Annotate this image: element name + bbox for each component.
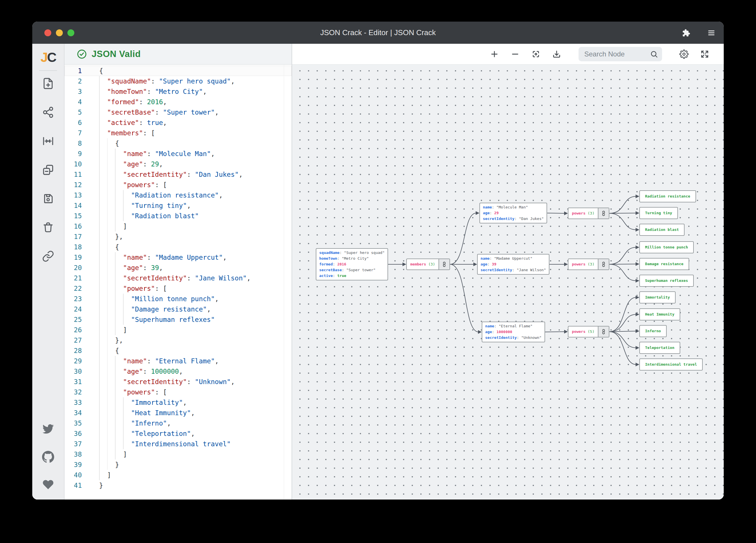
graph-node-l6[interactable]: Superhuman reflexes bbox=[639, 275, 694, 287]
new-document-icon[interactable] bbox=[42, 77, 54, 90]
graph-node-l4[interactable]: Million tonne punch bbox=[639, 241, 694, 254]
graph-node-m1[interactable]: name: "Molecule Man"age: 29secretIdentit… bbox=[479, 203, 547, 224]
graph-node-l2[interactable]: Turning tiny bbox=[639, 207, 678, 219]
code-line[interactable]: 24 "Damage resistance", bbox=[65, 304, 292, 314]
node-row: active: true bbox=[319, 273, 385, 279]
graph-node-l10[interactable]: Teleportation bbox=[639, 342, 680, 354]
graph-node-l8[interactable]: Heat Immunity bbox=[639, 308, 680, 320]
code-line[interactable]: 26 ] bbox=[65, 325, 292, 335]
code-line[interactable]: 33 "Immortality", bbox=[65, 397, 292, 408]
code-line[interactable]: 10 "age": 29, bbox=[65, 159, 292, 169]
indent-guide bbox=[107, 169, 108, 180]
code-line[interactable]: 9 "name": "Molecule Man", bbox=[65, 149, 292, 159]
code-line[interactable]: 11 "secretIdentity": "Dan Jukes", bbox=[65, 169, 292, 180]
graph-node-m2[interactable]: name: "Madame Uppercut"age: 39secretIden… bbox=[477, 254, 549, 275]
code-line[interactable]: 14 "Turning tiny", bbox=[65, 201, 292, 211]
code-line[interactable]: 36 "Teleportation", bbox=[65, 428, 292, 439]
code-line[interactable]: 19 "name": "Madame Uppercut", bbox=[65, 252, 292, 263]
indent-guide bbox=[107, 418, 108, 428]
editor-scroll-gutter[interactable] bbox=[284, 65, 284, 499]
code-line[interactable]: 1{ bbox=[65, 66, 292, 76]
graph-node-root[interactable]: squadName: "Super hero squad"homeTown: "… bbox=[316, 248, 388, 280]
code-line[interactable]: 38 ] bbox=[65, 449, 292, 459]
code-line[interactable]: 3 "homeTown": "Metro City", bbox=[65, 86, 292, 97]
code-line[interactable]: 31 "secretIdentity": "Unknown", bbox=[65, 376, 292, 387]
graph-node-l11[interactable]: Interdimensional travel bbox=[639, 358, 703, 370]
code-line[interactable]: 20 "age": 39, bbox=[65, 263, 292, 273]
code-line[interactable]: 30 "age": 1000000, bbox=[65, 366, 292, 376]
indent-guide bbox=[99, 180, 100, 190]
fullscreen-icon[interactable] bbox=[699, 48, 710, 60]
code-line[interactable]: 32 "powers": [ bbox=[65, 387, 292, 397]
graph-node-members[interactable]: members (3) bbox=[406, 259, 450, 270]
line-number: 22 bbox=[65, 283, 82, 294]
expand-link-icon[interactable] bbox=[598, 208, 609, 219]
code-line[interactable]: 6 "active": true, bbox=[65, 118, 292, 128]
code-line[interactable]: 41} bbox=[65, 480, 292, 491]
graph-node-l5[interactable]: Damage resistance bbox=[639, 258, 689, 270]
search-node-input[interactable] bbox=[579, 47, 662, 61]
close-window-button[interactable] bbox=[44, 29, 51, 36]
code-line[interactable]: 12 "powers": [ bbox=[65, 180, 292, 190]
graph-node-m3[interactable]: name: "Eternal Flame"age: 1000000secretI… bbox=[482, 321, 545, 342]
code-line[interactable]: 22 "powers": [ bbox=[65, 283, 292, 294]
save-icon[interactable] bbox=[42, 192, 54, 205]
code-line[interactable]: 29 "name": "Eternal Flame", bbox=[65, 356, 292, 366]
code-line[interactable]: 7 "members": [ bbox=[65, 128, 292, 138]
share-link-icon[interactable] bbox=[42, 250, 54, 263]
graph-node-l1[interactable]: Radiation resistance bbox=[639, 190, 696, 203]
line-number: 17 bbox=[65, 232, 82, 242]
code-line[interactable]: 25 "Superhuman reflexes" bbox=[65, 314, 292, 325]
code-line[interactable]: 39 } bbox=[65, 459, 292, 470]
graph-node-p3[interactable]: powers (5) bbox=[568, 326, 609, 337]
line-number: 16 bbox=[65, 221, 82, 232]
json-code-editor[interactable]: 1{2 "squadName": "Super hero squad",3 "h… bbox=[65, 65, 292, 499]
center-focus-icon[interactable] bbox=[530, 48, 542, 60]
code-line[interactable]: 28 { bbox=[65, 345, 292, 356]
code-line[interactable]: 13 "Radiation resistance", bbox=[65, 190, 292, 201]
code-line[interactable]: 40 ] bbox=[65, 470, 292, 480]
twitter-icon[interactable] bbox=[42, 423, 54, 436]
jsoncrack-logo[interactable]: JC bbox=[41, 48, 56, 66]
expand-link-icon[interactable] bbox=[439, 259, 449, 270]
code-line[interactable]: 15 "Radiation blast" bbox=[65, 211, 292, 221]
graph-node-l3[interactable]: Radiation blast bbox=[639, 224, 685, 236]
code-line[interactable]: 23 "Million tonne punch", bbox=[65, 294, 292, 304]
expand-link-icon[interactable] bbox=[598, 259, 609, 270]
code-line[interactable]: 34 "Heat Immunity", bbox=[65, 408, 292, 418]
collapse-nodes-icon[interactable] bbox=[42, 135, 54, 148]
share-nodes-icon[interactable] bbox=[42, 106, 54, 119]
code-line[interactable]: 5 "secretBase": "Super tower", bbox=[65, 107, 292, 118]
code-line[interactable]: 37 "Interdimensional travel" bbox=[65, 439, 292, 449]
code-lines: 1{2 "squadName": "Super hero squad",3 "h… bbox=[65, 66, 292, 491]
delete-trash-icon[interactable] bbox=[42, 221, 54, 234]
expand-link-icon[interactable] bbox=[598, 326, 609, 337]
download-icon[interactable] bbox=[551, 48, 562, 60]
code-line[interactable]: 17 }, bbox=[65, 232, 292, 242]
extension-puzzle-icon[interactable] bbox=[681, 28, 691, 38]
graph-node-p2[interactable]: powers (3) bbox=[568, 259, 609, 270]
code-line[interactable]: 2 "squadName": "Super hero squad", bbox=[65, 76, 292, 86]
code-line[interactable]: 8 { bbox=[65, 138, 292, 149]
code-line[interactable]: 4 "formed": 2016, bbox=[65, 97, 292, 107]
code-line[interactable]: 16 ] bbox=[65, 221, 292, 232]
code-line[interactable]: 18 { bbox=[65, 242, 292, 252]
zoom-out-icon[interactable] bbox=[509, 48, 521, 60]
heart-sponsor-icon[interactable] bbox=[42, 478, 54, 491]
code-line[interactable]: 35 "Inferno", bbox=[65, 418, 292, 428]
minimize-window-button[interactable] bbox=[56, 29, 63, 36]
code-line[interactable]: 21 "secretIdentity": "Jane Wilson", bbox=[65, 273, 292, 283]
code-text: "Interdimensional travel" bbox=[99, 439, 231, 449]
graph-canvas[interactable]: squadName: "Super hero squad"homeTown: "… bbox=[292, 65, 724, 499]
settings-gear-icon[interactable] bbox=[678, 48, 690, 60]
maximize-window-button[interactable] bbox=[67, 29, 74, 36]
fold-minus-icon[interactable] bbox=[42, 164, 54, 176]
zoom-in-icon[interactable] bbox=[489, 48, 500, 60]
indent-guide bbox=[99, 242, 100, 252]
graph-node-l7[interactable]: Immortality bbox=[639, 291, 676, 303]
graph-node-p1[interactable]: powers (3) bbox=[568, 208, 609, 219]
menu-hamburger-icon[interactable] bbox=[706, 28, 716, 38]
graph-node-l9[interactable]: Inferno bbox=[639, 325, 667, 337]
code-line[interactable]: 27 }, bbox=[65, 335, 292, 345]
github-icon[interactable] bbox=[42, 451, 54, 463]
